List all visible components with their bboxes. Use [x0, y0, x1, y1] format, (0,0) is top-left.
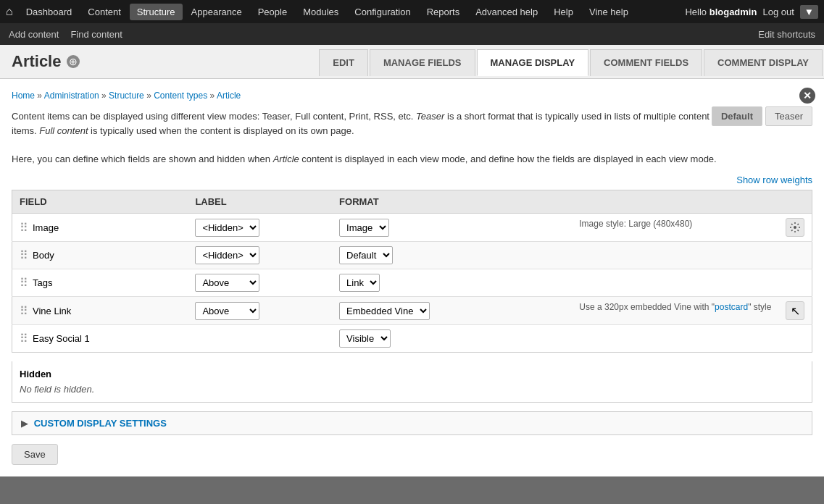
- drag-handle-vine-link[interactable]: ⠿: [20, 304, 28, 318]
- custom-display-settings: ▶ CUSTOM DISPLAY SETTINGS: [12, 411, 812, 435]
- edit-shortcuts-link[interactable]: Edit shortcuts: [758, 29, 815, 40]
- field-name-cell-easy-social: ⠿ Easy Social 1: [20, 332, 180, 345]
- svg-point-0: [794, 226, 796, 229]
- table-row: ⠿ Easy Social 1 Visible: [12, 325, 812, 353]
- article-title-area: Article ⊕: [0, 45, 145, 78]
- nav-items: Dashboard Content Structure Appearance P…: [19, 4, 686, 20]
- table-row: ⠿ Vine Link Above <Hidden> Inline: [12, 297, 812, 325]
- breadcrumb-content-types[interactable]: Content types: [154, 91, 207, 101]
- nav-configuration[interactable]: Configuration: [347, 4, 417, 20]
- add-content-link[interactable]: Add content: [9, 29, 59, 40]
- description-text: Content items can be displayed using dif…: [12, 109, 812, 166]
- breadcrumb-structure[interactable]: Structure: [109, 91, 144, 101]
- table-row: ⠿ Body <Hidden> Above Inline Defau: [12, 242, 812, 269]
- field-name-easy-social: Easy Social 1: [33, 333, 90, 344]
- view-mode-teaser[interactable]: Teaser: [765, 106, 812, 126]
- field-name-image: Image: [33, 222, 59, 233]
- nav-modules[interactable]: Modules: [296, 4, 346, 20]
- home-icon[interactable]: ⌂: [6, 5, 13, 18]
- field-name-cell-vine-link: ⠿ Vine Link: [20, 304, 180, 318]
- drag-handle-tags[interactable]: ⠿: [20, 276, 28, 290]
- save-button[interactable]: Save: [12, 444, 58, 465]
- drag-handle-image[interactable]: ⠿: [20, 221, 28, 235]
- format-select-easy-social[interactable]: Visible: [339, 329, 391, 348]
- nav-right: Hello blogadmin Log out ▼: [685, 5, 818, 19]
- article-add-icon[interactable]: ⊕: [67, 55, 80, 68]
- col-header-field: FIELD: [12, 190, 188, 214]
- nav-dropdown-button[interactable]: ▼: [800, 5, 818, 19]
- format-select-body[interactable]: Default: [339, 246, 393, 264]
- fields-table: FIELD LABEL FORMAT ⠿ Image: [12, 190, 812, 353]
- label-select-image[interactable]: <Hidden> Above Inline: [195, 219, 259, 237]
- tab-comment-fields[interactable]: COMMENT FIELDS: [590, 49, 702, 76]
- nav-structure[interactable]: Structure: [130, 4, 183, 20]
- field-name-tags: Tags: [33, 277, 52, 288]
- format-info-vine-link: Use a 320px embedded Vine with "postcard…: [579, 302, 771, 312]
- format-info-image: Image style: Large (480x480): [579, 219, 692, 229]
- nav-advanced-help[interactable]: Advanced help: [468, 4, 545, 20]
- hello-text: Hello blogadmin: [685, 7, 757, 17]
- tab-edit[interactable]: EDIT: [319, 49, 368, 76]
- tab-manage-fields[interactable]: MANAGE FIELDS: [370, 49, 475, 76]
- format-select-vine-link[interactable]: Embedded Vine: [339, 302, 430, 320]
- username-text: blogadmin: [709, 7, 757, 17]
- nav-reports[interactable]: Reports: [420, 4, 467, 20]
- breadcrumb-article[interactable]: Article: [217, 91, 241, 101]
- breadcrumb: Home » Administration » Structure » Cont…: [12, 91, 812, 101]
- drag-handle-easy-social[interactable]: ⠿: [20, 332, 28, 345]
- nav-appearance[interactable]: Appearance: [184, 4, 249, 20]
- label-select-tags[interactable]: Above <Hidden> Inline: [195, 274, 259, 292]
- field-name-cell-image: ⠿ Image: [20, 221, 180, 235]
- nav-dashboard[interactable]: Dashboard: [19, 4, 80, 20]
- find-content-link[interactable]: Find content: [70, 29, 122, 40]
- nav-help[interactable]: Help: [546, 4, 580, 20]
- close-button[interactable]: ✕: [799, 88, 815, 104]
- nav-content[interactable]: Content: [80, 4, 128, 20]
- label-select-body[interactable]: <Hidden> Above Inline: [195, 246, 259, 264]
- col-header-label: LABEL: [188, 190, 332, 214]
- custom-display-toggle[interactable]: ▶ CUSTOM DISPLAY SETTINGS: [12, 411, 812, 435]
- article-title: Article: [12, 52, 61, 71]
- format-select-tags[interactable]: Link: [339, 274, 380, 292]
- tab-manage-display[interactable]: MANAGE DISPLAY: [477, 49, 589, 76]
- cursor-icon-vine-link[interactable]: ↖: [786, 301, 804, 320]
- table-row: ⠿ Tags Above <Hidden> Inline Link: [12, 269, 812, 297]
- col-header-format: FORMAT: [332, 190, 572, 214]
- show-row-weights: Show row weights: [12, 175, 812, 185]
- tabs: EDIT MANAGE FIELDS MANAGE DISPLAY COMMEN…: [145, 49, 824, 75]
- top-navigation: ⌂ Dashboard Content Structure Appearance…: [0, 0, 824, 23]
- field-name-cell-tags: ⠿ Tags: [20, 276, 180, 290]
- page-inner: ✕ Home » Administration » Structure » Co…: [0, 79, 824, 476]
- table-row: ⠿ Image <Hidden> Above Inline Imag: [12, 214, 812, 242]
- settings-icon-image[interactable]: [786, 218, 804, 237]
- custom-display-arrow: ▶: [21, 418, 28, 429]
- article-header: Article ⊕ EDIT MANAGE FIELDS MANAGE DISP…: [0, 45, 824, 79]
- col-header-info: [572, 190, 812, 214]
- save-area: Save: [12, 444, 812, 465]
- tab-comment-display[interactable]: COMMENT DISPLAY: [704, 49, 823, 76]
- drag-handle-body[interactable]: ⠿: [20, 248, 28, 262]
- label-select-vine-link[interactable]: Above <Hidden> Inline: [195, 302, 259, 320]
- field-name-vine-link: Vine Link: [33, 306, 71, 316]
- main-content: Article ⊕ EDIT MANAGE FIELDS MANAGE DISP…: [0, 45, 824, 476]
- view-mode-default[interactable]: Default: [712, 106, 762, 126]
- format-select-image[interactable]: Image: [339, 219, 389, 237]
- no-field-hidden: No field is hidden.: [20, 384, 804, 395]
- field-name-cell-body: ⠿ Body: [20, 248, 180, 262]
- nav-vine-help[interactable]: Vine help: [582, 4, 636, 20]
- breadcrumb-administration[interactable]: Administration: [44, 91, 99, 101]
- logout-link[interactable]: Log out: [762, 7, 794, 17]
- breadcrumb-home[interactable]: Home: [12, 91, 35, 101]
- show-row-weights-link[interactable]: Show row weights: [736, 175, 812, 185]
- secondary-navigation: Add content Find content Edit shortcuts: [0, 23, 824, 45]
- hidden-label: Hidden: [20, 369, 804, 379]
- nav-people[interactable]: People: [251, 4, 294, 20]
- hidden-section: Hidden No field is hidden.: [12, 361, 812, 403]
- field-name-body: Body: [33, 250, 54, 261]
- view-mode-buttons: Default Teaser: [712, 106, 812, 126]
- sec-nav-left: Add content Find content: [9, 29, 122, 40]
- custom-display-link[interactable]: CUSTOM DISPLAY SETTINGS: [34, 418, 167, 429]
